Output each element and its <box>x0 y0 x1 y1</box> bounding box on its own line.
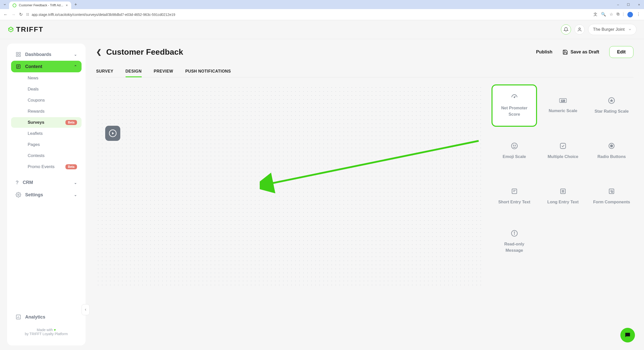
chevron-down-icon <box>628 28 632 31</box>
maximize-icon[interactable]: ☐ <box>625 2 632 7</box>
tab-survey[interactable]: SURVEY <box>96 66 113 77</box>
sidebar-item-dashboards[interactable]: Dashboards ⌄ <box>11 49 82 60</box>
widget-label: Numeric Scale <box>549 108 577 114</box>
url-text: app.stage.trifft.io/cacitokiy/content/su… <box>32 13 175 17</box>
site-info-icon[interactable]: ☷ <box>26 13 29 16</box>
sidebar-subitem-label: Promo Events <box>28 164 55 169</box>
info-icon <box>511 230 518 237</box>
svg-rect-1 <box>16 52 18 54</box>
save-icon <box>562 49 568 55</box>
widget-emoji-scale[interactable]: Emoji Scale <box>493 131 536 171</box>
widget-form-components[interactable]: Form Components <box>590 176 633 216</box>
svg-point-26 <box>515 145 515 145</box>
short-icon <box>511 188 518 195</box>
sidebar-label: Dashboards <box>25 52 51 57</box>
sidebar-item-crm[interactable]: ? CRM ⌄ <box>11 177 82 188</box>
sidebar-subitem-leaflets[interactable]: Leaflets <box>11 128 82 139</box>
svg-marker-23 <box>610 99 614 102</box>
sidebar-subitem-pages[interactable]: Pages <box>11 139 82 150</box>
widget-multiple-choice[interactable]: Multiple Choice <box>541 131 585 171</box>
extensions-icon[interactable]: ⧉ <box>617 12 619 17</box>
tab-favicon <box>13 4 16 7</box>
chevron-up-icon: ⌃ <box>74 65 77 69</box>
sidebar-subitem-label: Pages <box>28 142 40 147</box>
tab-push-notifications[interactable]: PUSH NOTIFICATIONS <box>185 66 231 77</box>
start-node[interactable] <box>105 126 120 141</box>
user-profile-button[interactable] <box>575 24 585 35</box>
play-icon <box>109 130 117 137</box>
browser-menu-divider: | <box>623 12 624 17</box>
translate-icon[interactable]: 文 <box>593 12 597 17</box>
sidebar-subitem-promo-events[interactable]: Promo EventsBeta <box>11 162 82 172</box>
svg-point-42 <box>514 232 514 232</box>
tab-design[interactable]: DESIGN <box>126 66 142 77</box>
smile-icon <box>511 142 518 149</box>
main-content: ❮ Customer Feedback Publish Save as Draf… <box>86 39 644 350</box>
chat-fab[interactable] <box>620 328 635 342</box>
sidebar-item-analytics[interactable]: Analytics <box>11 311 82 323</box>
widget-short-entry-text[interactable]: Short Entry Text <box>493 176 536 216</box>
tab-preview[interactable]: PREVIEW <box>154 66 173 77</box>
nav-reload-icon[interactable]: ↻ <box>19 12 23 17</box>
publish-button[interactable]: Publish <box>536 49 552 55</box>
widget-label: Multiple Choice <box>548 153 578 160</box>
back-button[interactable]: ❮ <box>96 48 102 56</box>
sidebar-subitem-deals[interactable]: Deals <box>11 84 82 94</box>
nav-back-icon[interactable]: ← <box>4 12 8 17</box>
minimize-icon[interactable]: – <box>615 2 621 7</box>
widget-radio-buttons[interactable]: Radio Buttons <box>590 131 633 171</box>
widget-net-promoter-score[interactable]: Net Promoter Score <box>493 85 536 126</box>
browser-tab[interactable]: Customer Feedback - Trifft Ad... × <box>9 2 71 9</box>
svg-rect-4 <box>19 55 20 56</box>
widget-long-entry-text[interactable]: Long Entry Text <box>541 176 585 216</box>
widget-label: Star Rating Scale <box>594 108 629 114</box>
new-tab-button[interactable]: + <box>74 2 77 7</box>
profile-avatar[interactable] <box>627 12 633 17</box>
nav-forward-icon[interactable]: → <box>11 12 16 17</box>
radio-icon <box>608 142 615 149</box>
form-icon <box>608 188 615 195</box>
brand-logo[interactable]: TRIFFT <box>8 25 43 34</box>
edit-button[interactable]: Edit <box>609 46 633 58</box>
bookmark-icon[interactable]: ☆ <box>610 12 613 17</box>
tab-history-dropdown[interactable] <box>2 2 8 7</box>
app-topbar: TRIFFT The Burger Joint <box>0 20 644 39</box>
sidebar-subitem-news[interactable]: News <box>11 73 82 83</box>
gear-icon <box>16 192 21 198</box>
notifications-button[interactable] <box>561 24 571 35</box>
sidebar-item-content[interactable]: Content ⌃ <box>11 61 82 72</box>
collapse-sidebar-button[interactable] <box>82 304 90 315</box>
close-tab-icon[interactable]: × <box>66 3 68 7</box>
browser-tab-strip: Customer Feedback - Trifft Ad... × + – ☐… <box>0 0 644 9</box>
svg-rect-27 <box>560 143 565 148</box>
close-window-icon[interactable]: × <box>636 2 642 7</box>
sidebar-subitem-contests[interactable]: Contests <box>11 150 82 161</box>
star-icon <box>608 97 615 104</box>
svg-point-19 <box>514 97 515 98</box>
widget-label: Form Components <box>593 199 630 205</box>
svg-point-0 <box>579 28 581 29</box>
design-canvas[interactable] <box>96 85 484 287</box>
tab-bar: SURVEYDESIGNPREVIEWPUSH NOTIFICATIONS <box>96 66 633 77</box>
widget-numeric-scale[interactable]: 123Numeric Scale <box>541 85 585 126</box>
org-selector[interactable]: The Burger Joint <box>588 24 636 35</box>
sidebar: Dashboards ⌄ Content ⌃ NewsDealsCouponsR… <box>0 39 86 350</box>
sidebar-subitem-rewards[interactable]: Rewards <box>11 106 82 117</box>
url-bar[interactable]: ☷ app.stage.trifft.io/cacitokiy/content/… <box>26 13 590 17</box>
sidebar-subitem-coupons[interactable]: Coupons <box>11 95 82 106</box>
widget-star-rating-scale[interactable]: Star Rating Scale <box>590 85 633 126</box>
chat-icon <box>624 332 631 339</box>
sidebar-item-settings[interactable]: Settings ⌄ <box>11 189 82 201</box>
sidebar-subitem-label: Deals <box>28 87 39 92</box>
sidebar-subitem-surveys[interactable]: SurveysBeta <box>11 117 82 128</box>
widget-label: Short Entry Text <box>498 199 530 205</box>
chevron-left-icon <box>84 308 87 311</box>
widget-read-only-message[interactable]: Read-only Message <box>493 221 536 262</box>
browser-menu-icon[interactable]: ⋮ <box>636 12 640 17</box>
beta-badge: Beta <box>65 164 77 169</box>
page-title: Customer Feedback <box>106 47 183 57</box>
sidebar-subitem-label: Contests <box>28 153 45 158</box>
save-draft-button[interactable]: Save as Draft <box>562 49 599 55</box>
zoom-icon[interactable]: 🔍 <box>601 12 606 17</box>
brand-name: TRIFFT <box>16 25 43 34</box>
